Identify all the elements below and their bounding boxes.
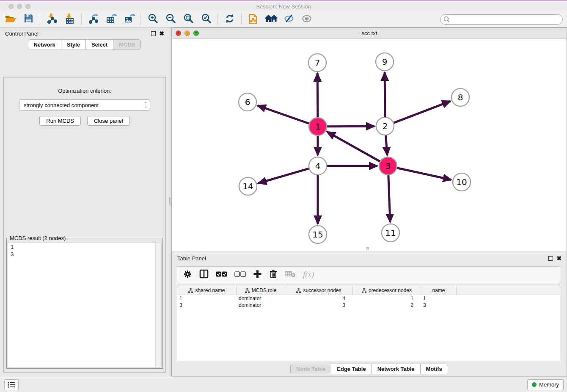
graph-node-7[interactable]: 7 [308,54,326,72]
task-history-button[interactable] [4,379,19,390]
graph-node-11[interactable]: 11 [382,224,399,242]
deselect-all-columns-button[interactable] [234,271,246,279]
network-from-file-button[interactable] [245,12,262,27]
graph-node-1[interactable]: 1 [309,118,327,135]
column-header-shared-name[interactable]: shared name [177,286,237,295]
graph-edge-1-2[interactable] [327,126,374,127]
close-panel-button[interactable]: Close panel [87,116,130,126]
select-all-columns-button[interactable] [216,271,227,279]
table-row[interactable]: 1 dominator 4 1 1 [177,295,560,302]
tab-edge-table[interactable]: Edge Table [331,364,372,374]
run-mcds-button[interactable]: Run MCDS [39,116,81,126]
cell-successor-nodes[interactable]: 3 [285,302,353,308]
cell-name[interactable]: 3 [421,302,457,308]
tab-network[interactable]: Network [28,39,61,50]
cell-shared-name[interactable]: 1 [177,295,237,301]
tab-style[interactable]: Style [61,39,86,50]
home-icon [265,14,278,25]
tab-node-table[interactable]: Node Table [290,364,331,374]
toolbar-separator [140,14,141,25]
column-type-icon [188,288,193,293]
graph-node-4[interactable]: 4 [309,157,327,175]
open-session-button[interactable] [2,12,19,27]
delete-table-button[interactable] [285,270,296,279]
optimization-criterion-label: Optimization criterion: [4,88,165,94]
tab-network-table[interactable]: Network Table [372,364,421,374]
splitter-handle[interactable] [169,197,171,204]
export-table-button[interactable] [102,12,120,27]
cell-successor-nodes[interactable]: 4 [285,295,353,301]
graph-edge-4-14[interactable] [258,168,309,183]
graph-node-10[interactable]: 10 [453,173,471,191]
table-header-row: shared name MCDS role successor nodes pr… [177,286,560,295]
export-network-button[interactable] [85,12,102,27]
home-button[interactable] [262,12,280,27]
tab-motifs[interactable]: Motifs [420,364,448,374]
table-row[interactable]: 3 dominator 3 2 3 [177,302,560,309]
eye-slash-icon [284,14,295,25]
close-table-panel-icon[interactable]: ✖ [556,256,561,261]
graph-node-3[interactable]: 3 [379,157,397,175]
graph-edge-2-9[interactable] [385,72,385,117]
show-visibility-button[interactable] [298,12,316,27]
cell-predecessor-nodes[interactable]: 1 [353,295,421,301]
graph-node-15[interactable]: 15 [309,226,327,243]
graph-edge-2-8[interactable] [394,101,451,123]
result-node-id: 3 [11,251,159,258]
graph-node-2[interactable]: 2 [376,117,394,135]
export-network-icon [88,13,99,26]
graph-edge-2-3[interactable] [386,135,388,155]
table-settings-button[interactable] [183,270,192,280]
svg-text:8: 8 [458,92,463,102]
cell-mcds-role[interactable]: dominator [237,302,285,308]
save-session-button[interactable] [19,12,37,27]
graph-edge-1-7[interactable] [317,73,318,117]
open-folder-icon [5,14,17,25]
network-canvas[interactable]: 7968124314101511 [172,39,567,251]
zoom-in-button[interactable] [144,12,162,27]
graph-edge-3-11[interactable] [388,175,390,222]
graph-edge-3-1[interactable] [327,132,380,161]
import-table-button[interactable] [61,12,79,27]
close-panel-icon[interactable]: ✖ [159,31,164,36]
function-builder-button[interactable]: f(x) [303,270,314,279]
cell-predecessor-nodes[interactable]: 2 [353,302,421,308]
delete-column-button[interactable] [269,269,278,280]
criterion-select[interactable]: strongly connected component ⌃⌄ [19,99,150,110]
column-header-predecessor-nodes[interactable]: predecessor nodes [353,286,421,295]
tab-mcds[interactable]: MCDS [113,39,141,50]
graph-node-8[interactable]: 8 [451,88,469,106]
canvas-resize-handle[interactable] [366,247,369,250]
cell-mcds-role[interactable]: dominator [237,295,285,301]
column-header-mcds-role[interactable]: MCDS role [237,286,285,295]
titlebar: Session: New Session [0,1,567,11]
network-window-titlebar[interactable]: × − + scc.txt [172,28,567,39]
float-table-panel-icon[interactable] [548,256,553,261]
column-header-successor-nodes[interactable]: successor nodes [285,286,353,295]
create-column-button[interactable] [253,270,262,280]
export-image-button[interactable] [120,12,138,27]
zoom-selected-button[interactable] [197,12,215,27]
column-header-name[interactable]: name [421,286,457,295]
result-scrollbar[interactable] [155,243,161,367]
graph-edge-1-6[interactable] [258,105,309,123]
hide-visibility-button[interactable] [280,12,298,27]
zoom-fit-button[interactable] [179,12,197,27]
column-type-icon [362,288,366,293]
graph-edge-3-10[interactable] [397,168,451,180]
graph-node-9[interactable]: 9 [376,53,394,71]
search-input[interactable] [440,14,563,25]
graph-node-6[interactable]: 6 [239,93,256,111]
cell-shared-name[interactable]: 3 [177,302,237,308]
memory-button[interactable]: Memory [527,379,564,390]
import-network-button[interactable] [43,12,61,27]
svg-text:4: 4 [315,161,321,171]
float-panel-icon[interactable] [151,31,156,36]
refresh-button[interactable] [221,12,239,27]
tab-select[interactable]: Select [85,39,113,50]
mcds-result-list[interactable]: 1 3 [8,242,162,367]
zoom-out-button[interactable] [162,12,179,27]
show-columns-button[interactable] [199,269,209,280]
cell-name[interactable]: 1 [421,295,457,301]
graph-node-14[interactable]: 14 [239,177,257,195]
